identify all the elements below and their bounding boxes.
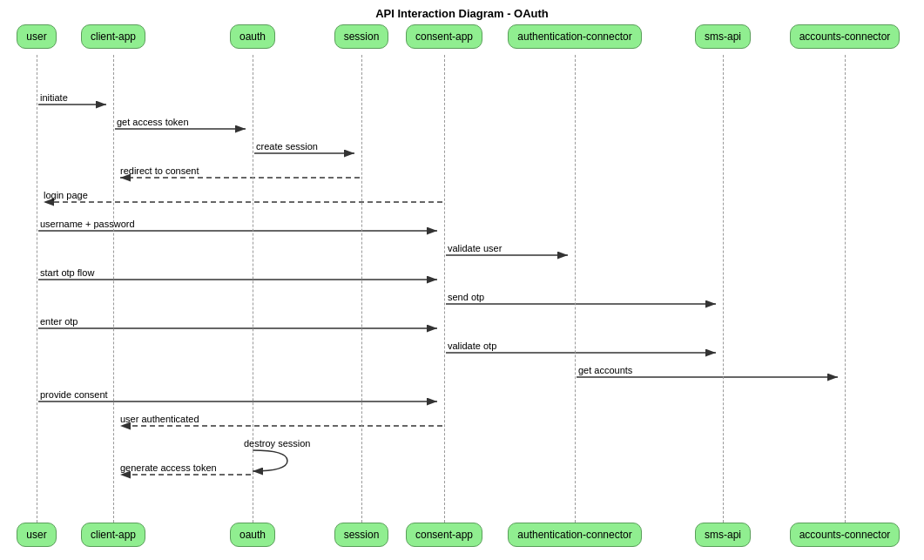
lifeline-authentication-connector <box>575 55 576 523</box>
lifeline-accounts-connector <box>845 55 846 523</box>
msg-label-11: get accounts <box>578 365 632 375</box>
actor-top-oauth: oauth <box>230 24 275 49</box>
actor-bottom-authentication-connector: authentication-connector <box>508 523 641 547</box>
actor-bottom-user: user <box>17 523 56 547</box>
actor-bottom-client-app: client-app <box>81 523 145 547</box>
actor-top-authentication-connector: authentication-connector <box>508 24 641 49</box>
msg-label-4: login page <box>44 190 88 200</box>
lifeline-oauth <box>253 55 253 523</box>
actor-top-session: session <box>334 24 389 49</box>
msg-label-3: redirect to consent <box>120 165 199 176</box>
msg-label-1: get access token <box>117 117 189 127</box>
actor-bottom-oauth: oauth <box>230 523 275 547</box>
diagram-container: API Interaction Diagram - OAuth userclie… <box>0 0 924 560</box>
actor-bottom-consent-app: consent-app <box>406 523 482 547</box>
lifeline-user <box>37 55 37 523</box>
actor-top-sms-api: sms-api <box>695 24 751 49</box>
msg-label-12: provide consent <box>40 389 108 400</box>
msg-label-0: initiate <box>40 92 68 103</box>
lifeline-sms-api <box>723 55 724 523</box>
arrows-svg <box>0 0 924 560</box>
lifeline-client-app <box>113 55 114 523</box>
actor-bottom-accounts-connector: accounts-connector <box>790 523 900 547</box>
actor-top-client-app: client-app <box>81 24 145 49</box>
msg-label-9: enter otp <box>40 316 78 327</box>
actor-top-user: user <box>17 24 56 49</box>
msg-label-14: destroy session <box>244 438 310 449</box>
msg-label-8: send otp <box>448 292 484 302</box>
lifeline-session <box>361 55 362 523</box>
msg-label-10: validate otp <box>448 341 496 351</box>
msg-label-5: username + password <box>40 219 135 229</box>
msg-label-2: create session <box>256 141 318 152</box>
msg-label-7: start otp flow <box>40 267 94 278</box>
actor-bottom-session: session <box>334 523 389 547</box>
msg-label-15: generate access token <box>120 462 217 473</box>
actor-bottom-sms-api: sms-api <box>695 523 751 547</box>
msg-label-13: user authenticated <box>120 414 199 424</box>
lifeline-consent-app <box>444 55 445 523</box>
actor-top-consent-app: consent-app <box>406 24 482 49</box>
actor-top-accounts-connector: accounts-connector <box>790 24 900 49</box>
diagram-title: API Interaction Diagram - OAuth <box>0 0 924 24</box>
msg-label-6: validate user <box>448 243 502 253</box>
